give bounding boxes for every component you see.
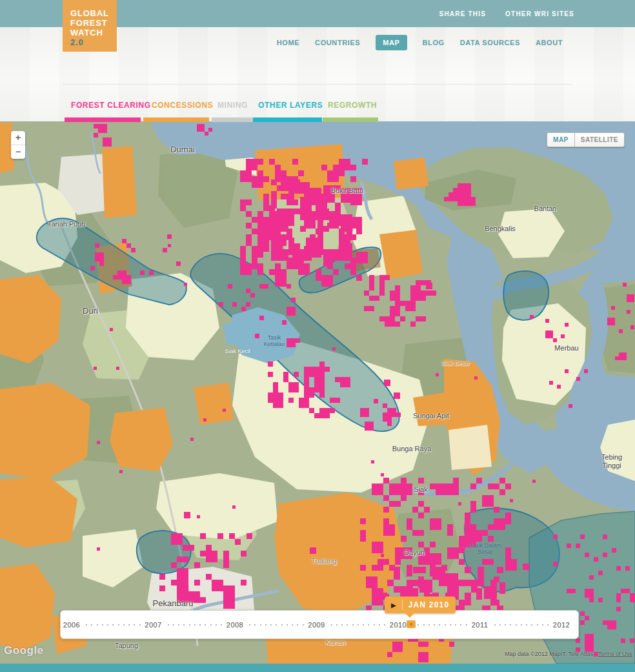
- timeline-month-dot[interactable]: [531, 624, 532, 626]
- timeline-month-dot[interactable]: [455, 624, 456, 626]
- timeline-month-dot[interactable]: [118, 624, 119, 626]
- google-watermark[interactable]: Google: [4, 644, 44, 657]
- timeline-month-dot[interactable]: [168, 624, 169, 626]
- timeline-year-2006[interactable]: 2006: [63, 621, 80, 629]
- timeline-month-dot[interactable]: [123, 624, 125, 626]
- timeline-month-dot[interactable]: [368, 624, 369, 626]
- header-link-share-this[interactable]: SHARE THIS: [439, 10, 487, 17]
- timeline-month-dot[interactable]: [86, 624, 87, 626]
- timeline-month-dot[interactable]: [194, 624, 196, 626]
- play-icon[interactable]: ▶: [385, 602, 402, 609]
- timeline-slider[interactable]: 2006200720082009201020112012: [60, 610, 579, 639]
- timeline-month-dot[interactable]: [358, 624, 359, 626]
- timeline-month-dot[interactable]: [265, 624, 267, 626]
- timeline-month-dot[interactable]: [183, 624, 185, 626]
- gfw-logo[interactable]: GLOBAL FOREST WATCH 2.0: [63, 0, 117, 52]
- timeline-month-dot[interactable]: [499, 624, 501, 626]
- timeline-year-2010[interactable]: 2010: [390, 621, 407, 629]
- timeline-month-dot[interactable]: [341, 624, 343, 626]
- timeline-month-dot[interactable]: [260, 624, 261, 626]
- timeline-month-dot[interactable]: [128, 624, 130, 626]
- timeline-month-dot[interactable]: [287, 624, 288, 626]
- timeline-year-2012[interactable]: 2012: [553, 621, 570, 629]
- map-type-map-button[interactable]: MAP: [547, 132, 574, 147]
- place-label-merbau: Merbau: [554, 344, 578, 352]
- timeline-month-dot[interactable]: [303, 624, 304, 626]
- nav-item-about[interactable]: ABOUT: [536, 39, 563, 46]
- timeline-month-dot[interactable]: [139, 624, 141, 626]
- layer-tab-underline-other-layers: [253, 117, 322, 122]
- timeline-month-dot[interactable]: [379, 624, 380, 626]
- timeline-month-dot[interactable]: [112, 624, 114, 626]
- timeline-month-dot[interactable]: [450, 624, 451, 626]
- timeline-month-dot[interactable]: [107, 624, 108, 626]
- timeline-month-dot[interactable]: [205, 624, 206, 626]
- timeline-month-dot[interactable]: [384, 624, 385, 626]
- nav-item-blog[interactable]: BLOG: [423, 39, 445, 46]
- layer-tab-forest-clearing[interactable]: FOREST CLEARING: [71, 101, 151, 110]
- timeline-month-dot[interactable]: [526, 624, 527, 626]
- timeline-month-dot[interactable]: [249, 624, 250, 626]
- timeline-month-dot[interactable]: [254, 624, 256, 626]
- timeline-month-dot[interactable]: [460, 624, 461, 626]
- zoom-in-button[interactable]: +: [11, 131, 25, 145]
- layer-tab-regrowth[interactable]: REGROWTH: [328, 101, 377, 110]
- timeline-month-dot[interactable]: [439, 624, 440, 626]
- timeline-month-dot[interactable]: [428, 624, 430, 626]
- zoom-out-button[interactable]: −: [11, 145, 25, 159]
- layer-tab-other-layers[interactable]: OTHER LAYERS: [258, 101, 323, 110]
- nav-item-map[interactable]: MAP: [376, 35, 407, 50]
- timeline-month-dot[interactable]: [210, 624, 212, 626]
- timeline-month-dot[interactable]: [423, 624, 425, 626]
- timeline-month-dot[interactable]: [547, 624, 549, 626]
- timeline-month-dot[interactable]: [374, 624, 375, 626]
- timeline-month-dot[interactable]: [281, 624, 283, 626]
- map-type-satellite-button[interactable]: SATELLITE: [574, 132, 625, 147]
- timeline-month-dot[interactable]: [134, 624, 135, 626]
- timeline-month-dot[interactable]: [537, 624, 538, 626]
- nav-item-data-sources[interactable]: DATA SOURCES: [460, 39, 520, 46]
- timeline-month-dot[interactable]: [505, 624, 506, 626]
- timeline-month-dot[interactable]: [336, 624, 338, 626]
- timeline-month-dot[interactable]: [352, 624, 354, 626]
- timeline-month-dot[interactable]: [91, 624, 92, 626]
- timeline-month-dot[interactable]: [178, 624, 179, 626]
- layer-tab-concessions[interactable]: CONCESSIONS: [152, 101, 213, 110]
- header-link-other-wri-sites[interactable]: OTHER WRI SITES: [505, 10, 574, 17]
- timeline-month-dot[interactable]: [189, 624, 190, 626]
- nav-item-countries[interactable]: COUNTRIES: [315, 39, 360, 46]
- terms-of-use-link[interactable]: Terms of Use: [598, 651, 632, 657]
- timeline-month-dot[interactable]: [418, 624, 419, 626]
- timeline-month-dot[interactable]: [363, 624, 364, 626]
- nav-item-home[interactable]: HOME: [277, 39, 299, 46]
- timeline-month-dot[interactable]: [445, 624, 446, 626]
- timeline-month-dot[interactable]: [173, 624, 174, 626]
- timeline-month-dot[interactable]: [297, 624, 298, 626]
- timeline-month-dot[interactable]: [542, 624, 543, 626]
- timeline-year-2011[interactable]: 2011: [472, 621, 489, 629]
- timeline-month-dot[interactable]: [521, 624, 522, 626]
- marker-dot: [410, 623, 412, 626]
- timeline-year-2009[interactable]: 2009: [308, 621, 325, 629]
- map-canvas[interactable]: [0, 121, 635, 664]
- timeline-month-dot[interactable]: [510, 624, 511, 626]
- timeline-month-dot[interactable]: [347, 624, 348, 626]
- timeline-month-dot[interactable]: [434, 624, 435, 626]
- map-viewport[interactable]: + − MAPSATELLITE DumaiBukit BatuBantanBe…: [0, 121, 635, 664]
- timeline-month-dot[interactable]: [270, 624, 272, 626]
- timeline-month-dot[interactable]: [292, 624, 293, 626]
- timeline-month-dot[interactable]: [516, 624, 517, 626]
- timeline-month-dot[interactable]: [102, 624, 103, 626]
- timeline-month-dot[interactable]: [221, 624, 222, 626]
- timeline-month-dot[interactable]: [331, 624, 332, 626]
- timeline-month-dot[interactable]: [97, 624, 98, 626]
- timeline-month-dot[interactable]: [494, 624, 496, 626]
- timeline-month-dot[interactable]: [199, 624, 201, 626]
- timeline-month-dot[interactable]: [276, 624, 277, 626]
- layer-tab-mining[interactable]: MINING: [217, 101, 248, 110]
- timeline-year-2007[interactable]: 2007: [145, 621, 161, 629]
- timeline-month-dot[interactable]: [466, 624, 467, 626]
- timeline-year-2008[interactable]: 2008: [227, 621, 243, 629]
- timeline-tooltip[interactable]: ▶ JAN 2010: [385, 596, 456, 613]
- timeline-month-dot[interactable]: [216, 624, 217, 626]
